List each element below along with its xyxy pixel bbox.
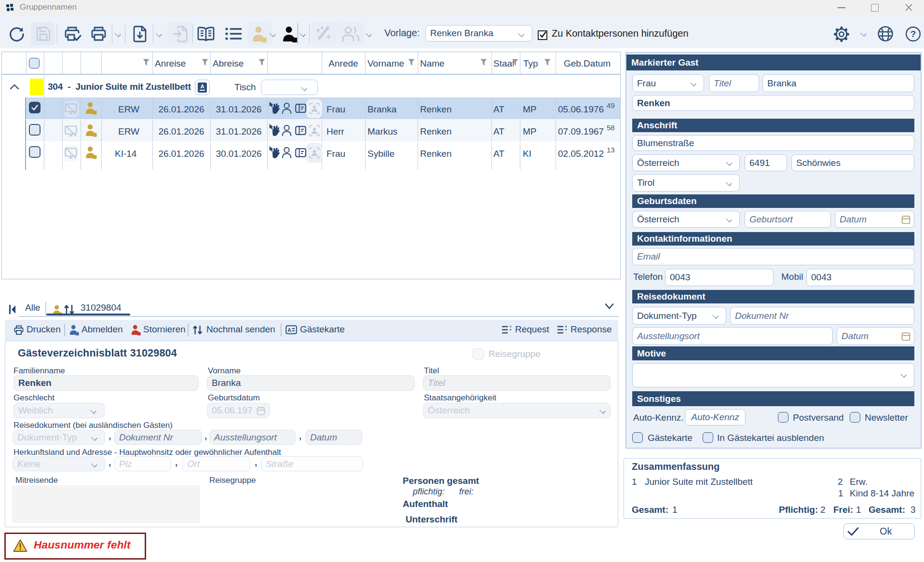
- svg-text:?: ?: [910, 29, 916, 39]
- svg-text:A: A: [201, 83, 204, 89]
- svg-text:A: A: [287, 327, 291, 333]
